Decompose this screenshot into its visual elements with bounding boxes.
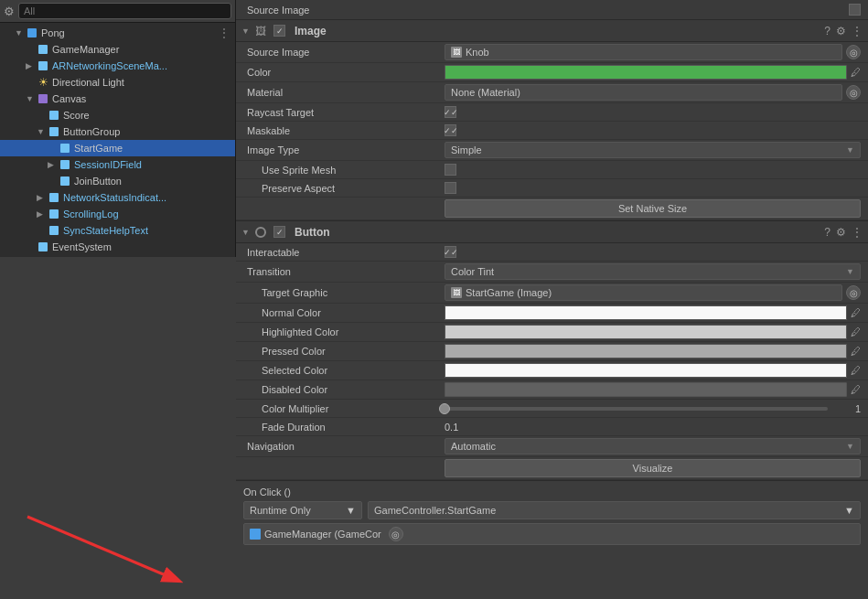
source-image-field[interactable]: 🖼 Knob <box>445 44 842 60</box>
highlighted-eyedropper-icon[interactable]: 🖊 <box>851 326 861 337</box>
navigation-dropdown[interactable]: Automatic ▼ <box>445 438 861 455</box>
interactable-row: Interactable ✓ <box>236 243 868 262</box>
visualize-button[interactable]: Visualize <box>445 459 861 477</box>
eyedropper-icon[interactable]: 🖊 <box>851 67 861 78</box>
settings-icon[interactable]: ⚙ <box>836 226 846 239</box>
navigation-row: Navigation Automatic ▼ <box>236 436 868 457</box>
source-image-label: Source Image <box>243 47 445 58</box>
image-type-dropdown[interactable]: Simple ▼ <box>445 142 861 158</box>
function-dropdown[interactable]: GameController.StartGame ▼ <box>368 501 861 519</box>
hierarchy-label: ButtonGroup <box>63 126 120 137</box>
disabled-color-swatch[interactable] <box>445 382 847 397</box>
help-icon[interactable]: ? <box>824 25 830 37</box>
hierarchy-item-eventsystem[interactable]: EventSystem <box>0 239 235 255</box>
maskable-row: Maskable ✓ <box>236 122 868 140</box>
target-graphic-select-btn[interactable]: ◎ <box>846 285 861 300</box>
red-arrow-annotation <box>0 489 236 599</box>
hierarchy-item-score[interactable]: Score <box>0 107 235 123</box>
button-enabled-checkbox[interactable]: ✓ <box>273 226 285 238</box>
transition-label: Transition <box>243 266 445 277</box>
normal-eyedropper-icon[interactable]: 🖊 <box>851 307 861 318</box>
selected-eyedropper-icon[interactable]: 🖊 <box>851 365 861 376</box>
gamemanager-select-btn[interactable]: ◎ <box>389 527 403 541</box>
target-graphic-field[interactable]: 🖼 StartGame (Image) <box>445 284 842 301</box>
disabled-color-row: Disabled Color 🖊 <box>236 380 868 400</box>
button-circle-icon <box>255 227 266 238</box>
button-actions: ? ⚙ ⋮ <box>824 226 863 239</box>
more-icon[interactable]: ⋮ <box>852 226 863 239</box>
hierarchy-item-scrollinglog[interactable]: ▶ ScrollingLog <box>0 206 235 222</box>
color-multiplier-slider[interactable] <box>445 407 828 411</box>
image-collapse-arrow[interactable]: ▼ <box>241 27 251 36</box>
dropdown-arrow: ▼ <box>846 267 854 276</box>
hierarchy-item-gamemanager[interactable]: GameManager <box>0 41 235 58</box>
gamemanager-row: GameManager (GameCor ◎ <box>243 523 861 545</box>
material-select-btn[interactable]: ◎ <box>846 85 861 100</box>
highlighted-color-row: Highlighted Color 🖊 <box>236 323 868 342</box>
preserve-aspect-value <box>445 182 861 194</box>
expand-arrow: ▶ <box>48 160 59 169</box>
fade-duration-row: Fade Duration 0.1 <box>236 418 868 436</box>
source-image-select-btn[interactable]: ◎ <box>846 45 861 59</box>
disabled-eyedropper-icon[interactable]: 🖊 <box>851 384 861 395</box>
disabled-color-label: Disabled Color <box>243 384 445 395</box>
material-field[interactable]: None (Material) <box>445 84 842 101</box>
highlighted-color-value: 🖊 <box>445 325 861 339</box>
button-component: ▼ ✓ Button ? ⚙ ⋮ Interactable ✓ Transiti… <box>236 221 868 481</box>
expand-arrow: ▼ <box>26 94 37 103</box>
maskable-label: Maskable <box>243 125 445 136</box>
hierarchy-item-buttongroup[interactable]: ▼ ButtonGroup <box>0 123 235 140</box>
hierarchy-item-joinbutton[interactable]: JoinButton <box>0 173 235 189</box>
hierarchy-item-pong[interactable]: ▼ Pong ⋮ <box>0 25 235 41</box>
pressed-color-swatch[interactable] <box>445 344 847 358</box>
use-sprite-checkbox[interactable] <box>445 164 456 176</box>
maskable-checkbox[interactable]: ✓ <box>445 124 456 136</box>
hierarchy-item-networkstatus[interactable]: ▶ NetworkStatusIndicat... <box>0 189 235 206</box>
expand-arrow: ▶ <box>37 209 48 219</box>
canvas-icon <box>37 92 49 105</box>
hierarchy-item-canvas[interactable]: ▼ Canvas <box>0 91 235 107</box>
cull-checkbox[interactable] <box>849 4 861 16</box>
normal-color-swatch[interactable] <box>445 305 847 320</box>
color-swatch[interactable] <box>445 65 847 80</box>
highlighted-color-swatch[interactable] <box>445 325 847 339</box>
color-multiplier-row: Color Multiplier 1 <box>236 400 868 418</box>
hierarchy-item-sessionidfield[interactable]: ▶ SessionIDField <box>0 156 235 173</box>
button-collapse-arrow[interactable]: ▼ <box>241 228 251 237</box>
help-icon[interactable]: ? <box>824 226 830 239</box>
selected-color-swatch[interactable] <box>445 363 847 378</box>
selected-color-label: Selected Color <box>243 365 445 376</box>
hierarchy-item-dirlight[interactable]: ☀ Directional Light <box>0 74 235 91</box>
hierarchy-label: GameManager <box>52 44 119 55</box>
set-native-size-button[interactable]: Set Native Size <box>445 199 861 218</box>
hierarchy-item-syncstatehelp[interactable]: SyncStateHelpText <box>0 222 235 239</box>
color-multiplier-number[interactable]: 1 <box>833 403 861 414</box>
transition-dropdown[interactable]: Color Tint ▼ <box>445 263 861 280</box>
more-icon[interactable]: ⋮ <box>852 25 863 37</box>
raycast-checkbox[interactable]: ✓ <box>445 106 456 118</box>
use-sprite-label: Use Sprite Mesh <box>243 165 445 176</box>
hierarchy-label: Canvas <box>52 93 86 104</box>
gear-icon[interactable]: ⚙ <box>4 5 15 18</box>
expand-arrow: ▶ <box>37 193 48 202</box>
joinbutton-icon <box>59 175 71 187</box>
sessionid-icon <box>59 158 71 171</box>
normal-color-value: 🖊 <box>445 305 861 320</box>
hierarchy-label: ARNetworkingSceneMa... <box>52 60 167 71</box>
image-component-header: ▼ 🖼 ✓ Image ? ⚙ ⋮ <box>236 20 868 42</box>
preserve-aspect-checkbox[interactable] <box>445 182 456 194</box>
image-enabled-checkbox[interactable]: ✓ <box>273 25 285 37</box>
maskable-value: ✓ <box>445 124 861 136</box>
pressed-eyedropper-icon[interactable]: 🖊 <box>851 346 861 357</box>
inspector-panel: Source Image ▼ 🖼 ✓ Image ? ⚙ ⋮ Source Im… <box>236 0 868 599</box>
interactable-checkbox[interactable]: ✓ <box>445 246 456 258</box>
hierarchy-item-arnetworking[interactable]: ▶ ARNetworkingSceneMa... <box>0 58 235 74</box>
hierarchy-item-startgame[interactable]: StartGame <box>0 140 235 156</box>
eventsystem-icon <box>37 241 49 253</box>
fade-duration-text[interactable]: 0.1 <box>445 422 458 433</box>
search-input[interactable] <box>18 3 231 19</box>
settings-icon[interactable]: ⚙ <box>836 25 846 37</box>
more-icon[interactable]: ⋮ <box>213 27 235 39</box>
runtime-only-dropdown[interactable]: Runtime Only ▼ <box>243 501 362 519</box>
image-actions: ? ⚙ ⋮ <box>824 25 863 37</box>
